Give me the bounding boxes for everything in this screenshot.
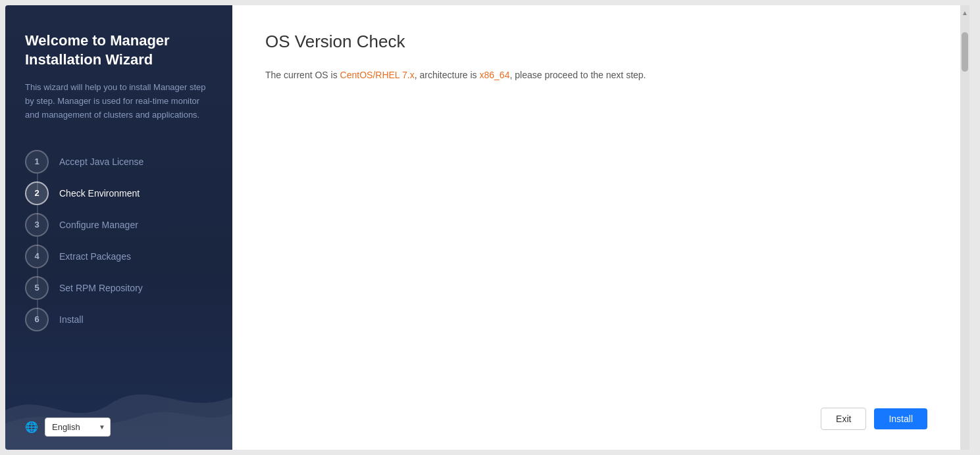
main-footer: Exit Install	[265, 408, 927, 430]
page-title: OS Version Check	[265, 32, 927, 52]
description-middle: , architecture is	[415, 70, 480, 80]
step-label-1: Check Environment	[59, 188, 140, 199]
step-item-1[interactable]: 2Check Environment	[25, 178, 213, 209]
step-circle-2: 3	[25, 213, 49, 237]
sidebar-description: This wizard will help you to install Man…	[25, 81, 213, 122]
sidebar-title: Welcome to Manager Installation Wizard	[25, 32, 213, 69]
sidebar: Welcome to Manager Installation Wizard T…	[5, 5, 232, 450]
step-label-0: Accept Java License	[59, 156, 143, 167]
step-item-0[interactable]: 1Accept Java License	[25, 146, 213, 178]
language-select[interactable]: EnglishChineseJapanese	[45, 418, 111, 437]
step-label-5: Install	[59, 314, 84, 325]
exit-button[interactable]: Exit	[821, 408, 866, 430]
step-circle-4: 5	[25, 276, 49, 300]
description-prefix: The current OS is	[265, 70, 340, 80]
step-item-2[interactable]: 3Configure Manager	[25, 209, 213, 241]
step-item-3[interactable]: 4Extract Packages	[25, 241, 213, 272]
arch-name: x86_64	[480, 70, 510, 80]
scrollbar-track: ▲	[960, 5, 969, 450]
os-check-description: The current OS is CentOS/RHEL 7.x, archi…	[265, 68, 927, 82]
os-name: CentOS/RHEL 7.x	[340, 70, 415, 80]
step-label-4: Set RPM Repository	[59, 283, 143, 293]
scroll-up-arrow[interactable]: ▲	[962, 7, 968, 19]
step-circle-0: 1	[25, 150, 49, 174]
step-item-4[interactable]: 5Set RPM Repository	[25, 272, 213, 304]
main-content: OS Version Check The current OS is CentO…	[232, 5, 960, 450]
globe-icon: 🌐	[25, 421, 38, 433]
scrollbar-thumb[interactable]	[962, 32, 968, 72]
install-button[interactable]: Install	[874, 408, 927, 429]
step-circle-1: 2	[25, 181, 49, 205]
step-circle-5: 6	[25, 308, 49, 331]
step-label-3: Extract Packages	[59, 251, 131, 262]
step-label-2: Configure Manager	[59, 220, 138, 230]
description-suffix: , please proceed to the next step.	[509, 70, 646, 80]
step-circle-3: 4	[25, 245, 49, 268]
step-item-5[interactable]: 6Install	[25, 304, 213, 335]
language-selector-wrapper[interactable]: EnglishChineseJapanese ▼	[45, 418, 111, 437]
sidebar-footer: 🌐 EnglishChineseJapanese ▼	[25, 404, 213, 437]
